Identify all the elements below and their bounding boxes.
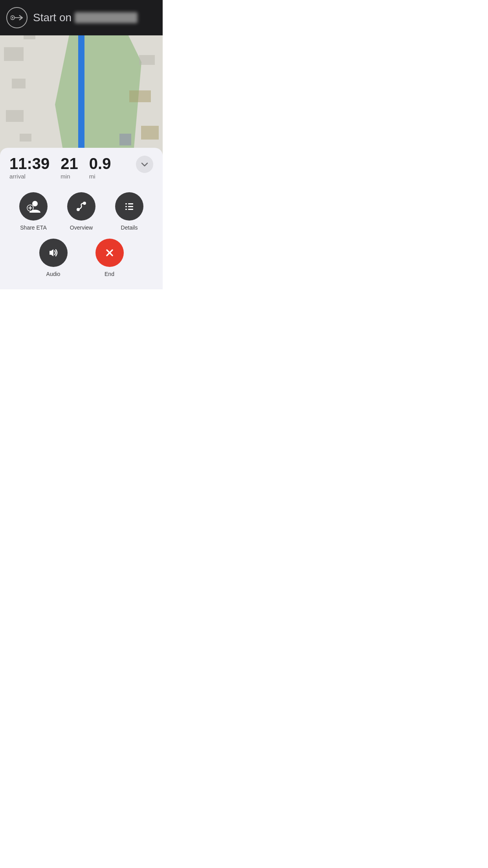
distance-label: mi xyxy=(89,173,111,180)
svg-point-1 xyxy=(12,17,13,18)
stats-row: 11:39 arrival 21 min 0.9 mi xyxy=(9,156,153,180)
details-label: Details xyxy=(121,224,138,231)
svg-rect-11 xyxy=(125,206,127,207)
svg-rect-12 xyxy=(128,206,133,207)
end-button[interactable]: End xyxy=(95,239,124,277)
bottom-panel: 11:39 arrival 21 min 0.9 mi xyxy=(0,148,163,289)
svg-rect-13 xyxy=(125,209,127,210)
overview-label: Overview xyxy=(70,224,93,231)
audio-icon-bg xyxy=(39,239,68,267)
end-label: End xyxy=(105,271,114,277)
direction-icon xyxy=(6,7,28,28)
navigation-bar: Start on xyxy=(0,0,163,35)
minutes-stat: 21 min xyxy=(61,156,78,180)
overview-icon-bg xyxy=(67,192,95,221)
svg-marker-15 xyxy=(51,249,53,256)
minutes-value: 21 xyxy=(61,156,78,171)
svg-rect-10 xyxy=(128,203,133,204)
audio-label: Audio xyxy=(46,271,61,277)
end-icon-bg xyxy=(95,239,124,267)
collapse-button[interactable] xyxy=(136,156,153,173)
arrival-time-value: 11:39 xyxy=(9,156,50,171)
actions-row-1: Share ETA Overview xyxy=(9,192,153,231)
minutes-label: min xyxy=(61,173,78,180)
audio-button[interactable]: Audio xyxy=(39,239,68,277)
svg-rect-14 xyxy=(128,209,133,210)
details-button[interactable]: Details xyxy=(105,192,153,231)
arrival-label: arrival xyxy=(9,173,50,180)
street-name-redacted xyxy=(75,12,138,23)
details-icon-bg xyxy=(115,192,143,221)
arrival-stat: 11:39 arrival xyxy=(9,156,50,180)
start-on-label: Start on xyxy=(33,11,72,24)
distance-stat: 0.9 mi xyxy=(89,156,111,180)
svg-rect-9 xyxy=(125,203,127,204)
overview-button[interactable]: Overview xyxy=(57,192,105,231)
svg-point-3 xyxy=(32,201,38,206)
actions-row-2: Audio End xyxy=(9,239,153,277)
svg-rect-16 xyxy=(50,251,51,255)
share-eta-icon-bg xyxy=(19,192,48,221)
svg-point-7 xyxy=(77,208,80,211)
share-eta-button[interactable]: Share ETA xyxy=(9,192,57,231)
share-eta-label: Share ETA xyxy=(20,224,46,231)
distance-value: 0.9 xyxy=(89,156,111,171)
